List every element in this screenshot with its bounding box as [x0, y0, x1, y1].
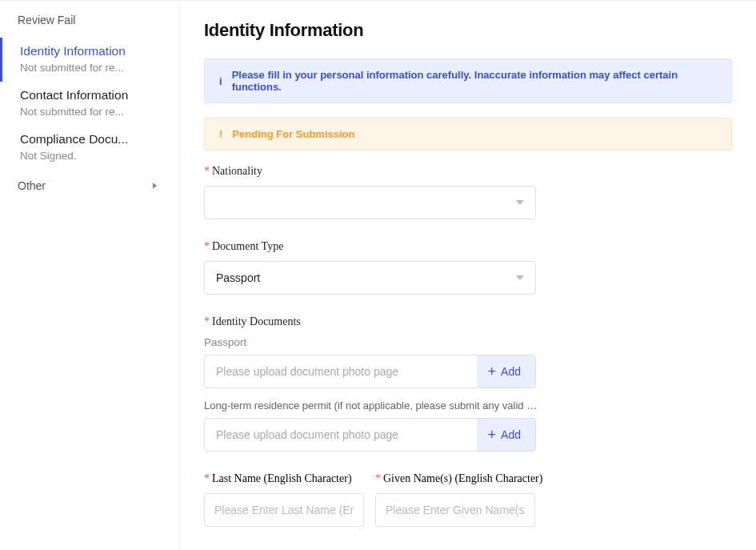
field-document-type: *Document Type Passport [204, 240, 732, 295]
given-name-col: *Given Name(s) (English Character) [375, 472, 542, 527]
last-name-col: *Last Name (English Character) [204, 472, 364, 527]
caret-down-icon [516, 200, 524, 205]
alert-warning: ! Pending For Submission [204, 118, 732, 151]
permit-upload-row: Please upload document photo page + Add [204, 418, 536, 452]
identity-documents-label: *Identity Documents [204, 315, 732, 328]
sidebar-item-contact[interactable]: Contact Information Not submitted for re… [0, 82, 179, 126]
last-name-input[interactable] [204, 493, 364, 527]
field-names: *Last Name (English Character) *Given Na… [204, 472, 732, 527]
permit-upload-placeholder: Please upload document photo page [216, 428, 398, 441]
permit-add-button[interactable]: + Add [477, 419, 535, 451]
plus-icon: + [488, 427, 497, 444]
document-type-value: Passport [216, 271, 260, 284]
sidebar-item-title: Compliance Docu... [20, 132, 179, 147]
sidebar-item-identity[interactable]: Identity Information Not submitted for r… [0, 38, 179, 82]
passport-upload-placeholder: Please upload document photo page [216, 365, 398, 378]
info-icon: i [219, 75, 222, 87]
document-type-select[interactable]: Passport [204, 261, 536, 295]
document-type-label: *Document Type [204, 240, 732, 253]
sidebar-item-title: Identity Information [20, 44, 179, 58]
permit-sub-label: Long-term residence permit (if not appli… [204, 399, 540, 411]
add-label: Add [501, 428, 521, 441]
alert-info: i Please fill in your personal informati… [204, 58, 732, 103]
chevron-right-icon [153, 183, 157, 189]
last-name-label: *Last Name (English Character) [204, 472, 364, 485]
sidebar: Review Fail Identity Information Not sub… [0, 1, 180, 550]
alert-warning-text: Pending For Submission [232, 128, 354, 140]
caret-down-icon [516, 275, 524, 280]
nationality-label: *Nationality [204, 165, 732, 178]
passport-add-button[interactable]: + Add [477, 355, 535, 387]
sidebar-item-sub: Not Signed. [20, 150, 164, 162]
given-name-input[interactable] [375, 493, 535, 527]
alert-info-text: Please fill in your personal information… [232, 69, 717, 93]
main-content: Identity Information i Please fill in yo… [180, 1, 756, 550]
passport-upload-row: Please upload document photo page + Add [204, 355, 536, 388]
page-title: Identity Information [204, 20, 732, 41]
add-label: Add [501, 365, 521, 378]
warning-icon: ! [219, 128, 222, 140]
passport-sub-label: Passport [204, 336, 732, 348]
sidebar-item-sub: Not submitted for re... [20, 62, 164, 74]
sidebar-item-sub: Not submitted for re... [20, 106, 164, 118]
sidebar-item-compliance[interactable]: Compliance Docu... Not Signed. [0, 126, 179, 170]
sidebar-item-title: Contact Information [20, 88, 179, 102]
nationality-select[interactable] [204, 186, 536, 219]
plus-icon: + [488, 363, 497, 380]
sidebar-other-label: Other [18, 179, 46, 192]
sidebar-item-other[interactable]: Other [0, 170, 179, 200]
field-nationality: *Nationality [204, 165, 732, 219]
sidebar-header: Review Fail [0, 14, 179, 38]
given-name-label: *Given Name(s) (English Character) [375, 472, 542, 485]
field-identity-documents: *Identity Documents Passport Please uplo… [204, 315, 732, 452]
